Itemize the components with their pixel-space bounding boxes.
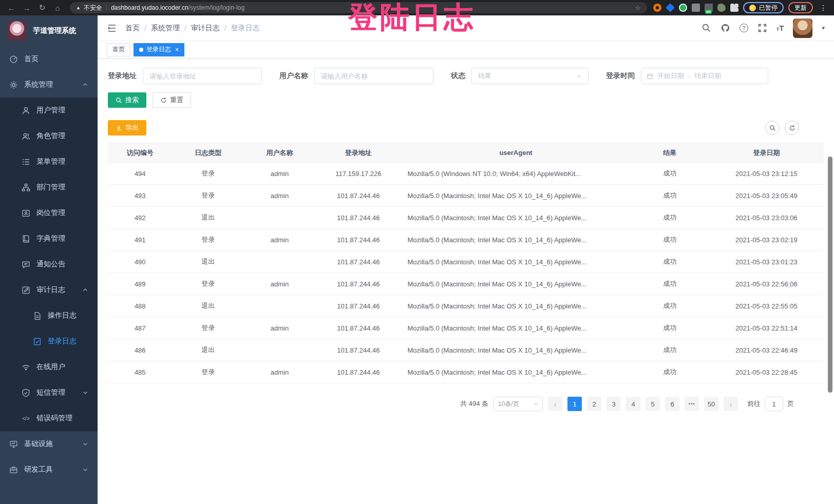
page-button[interactable]: 5	[646, 397, 660, 411]
browser-menu-icon[interactable]: ⋮	[818, 4, 829, 12]
browser-update-button[interactable]: 更新	[788, 2, 813, 13]
table-row[interactable]: 488退出101.87.244.46Mozilla/5.0 (Macintosh…	[108, 295, 824, 317]
forward-icon[interactable]: →	[21, 4, 33, 12]
goto-label: 前往	[747, 399, 761, 409]
fullscreen-icon[interactable]	[757, 23, 767, 33]
search-icon[interactable]	[702, 23, 711, 33]
reload-icon[interactable]: ↻	[36, 3, 48, 12]
cell-username: admin	[244, 163, 315, 185]
date-range-picker[interactable]: 开始日期 - 结束日期	[641, 68, 768, 84]
export-button[interactable]: 导出	[108, 120, 146, 135]
more-pages-button[interactable]: •••	[685, 397, 699, 411]
table-row[interactable]: 493登录admin101.87.244.46Mozilla/5.0 (Maci…	[108, 185, 824, 207]
cell-log-type: 退出	[172, 251, 243, 273]
extension-icon[interactable]	[679, 4, 687, 12]
cell-ip: 101.87.244.46	[315, 339, 401, 361]
sidebar-item-roles[interactable]: 角色管理	[0, 123, 98, 149]
search-button[interactable]: 搜索	[108, 92, 146, 108]
next-page-button[interactable]: ›	[724, 397, 738, 411]
table-row[interactable]: 490退出101.87.244.46Mozilla/5.0 (Macintosh…	[108, 251, 824, 273]
font-size-icon[interactable]: TT	[776, 24, 784, 32]
extension-on-badge: on	[705, 10, 712, 14]
export-button-label: 导出	[125, 123, 139, 132]
sidebar-item-label: 角色管理	[36, 131, 65, 141]
sidebar-item-menus[interactable]: 菜单管理	[0, 149, 98, 175]
extension-icon[interactable]	[692, 4, 700, 12]
sidebar-item-label: 菜单管理	[36, 157, 65, 166]
username-input[interactable]	[314, 68, 433, 84]
extension-icon[interactable]	[666, 3, 675, 12]
page-button[interactable]: 4	[626, 397, 640, 411]
goto-page-input[interactable]	[765, 397, 783, 411]
reset-button[interactable]: 重置	[153, 92, 191, 108]
sidebar-item-online-users[interactable]: 在线用户	[0, 354, 98, 380]
github-icon[interactable]	[721, 23, 730, 33]
tag-label: 登录日志	[146, 45, 171, 54]
sidebar-item-sms[interactable]: 短信管理	[0, 380, 98, 405]
sidebar-item-label: 操作日志	[48, 311, 77, 320]
sidebar-item-infrastructure[interactable]: 基础设施	[0, 431, 98, 457]
sidebar-logo[interactable]: 芋道管理系统	[0, 15, 98, 46]
cell-log-type: 登录	[172, 273, 243, 295]
back-icon[interactable]: ←	[5, 4, 17, 12]
extension-icon[interactable]	[653, 4, 661, 12]
page-button[interactable]: 2	[587, 397, 601, 411]
table-row[interactable]: 491登录admin101.87.244.46Mozilla/5.0 (Maci…	[108, 229, 824, 251]
breadcrumb-item[interactable]: 首页	[125, 24, 140, 33]
sidebar-item-users[interactable]: 用户管理	[0, 98, 98, 123]
page-scrollbar[interactable]	[828, 157, 832, 393]
table-row[interactable]: 487登录admin101.87.244.46Mozilla/5.0 (Maci…	[108, 317, 824, 339]
cell-log-type: 退出	[172, 295, 243, 317]
table-row[interactable]: 494登录admin117.159.17.226Mozilla/5.0 (Win…	[108, 163, 824, 185]
toggle-search-button[interactable]	[765, 121, 780, 135]
page-button[interactable]: 6	[665, 397, 679, 411]
table-row[interactable]: 492退出101.87.244.46Mozilla/5.0 (Macintosh…	[108, 207, 824, 229]
help-icon[interactable]: ?	[740, 24, 748, 32]
sidebar-item-home[interactable]: 首页	[0, 46, 98, 72]
breadcrumb-item[interactable]: 系统管理	[151, 24, 180, 33]
sidebar-item-dev-tools[interactable]: 研发工具	[0, 457, 98, 482]
sidebar-item-system[interactable]: 系统管理	[0, 72, 98, 98]
refresh-icon	[160, 97, 167, 104]
cell-id: 494	[108, 163, 172, 185]
cell-username: admin	[244, 185, 315, 207]
cell-date: 2021-05-03 23:01:23	[709, 251, 824, 273]
page-button[interactable]: 50	[704, 397, 718, 411]
refresh-table-button[interactable]	[785, 121, 799, 135]
sidebar-item-posts[interactable]: 岗位管理	[0, 200, 98, 226]
security-status[interactable]: ▲ 不安全	[76, 4, 102, 12]
tag-home[interactable]: 首页	[107, 43, 130, 56]
page-button[interactable]: 3	[606, 397, 621, 411]
sidebar-item-operation-log[interactable]: 操作日志	[0, 303, 98, 328]
extensions-puzzle-icon[interactable]	[730, 4, 738, 12]
cell-id: 489	[108, 273, 172, 295]
collapse-sidebar-icon[interactable]	[107, 23, 117, 33]
breadcrumb-item[interactable]: 审计日志	[191, 24, 220, 33]
close-icon[interactable]: ×	[175, 46, 179, 53]
sidebar-item-error-codes[interactable]: </> 错误码管理	[0, 405, 98, 431]
tag-login-log[interactable]: 登录日志 ×	[134, 43, 184, 56]
sidebar-item-departments[interactable]: 部门管理	[0, 175, 98, 200]
sidebar-item-announcements[interactable]: 通知公告	[0, 251, 98, 277]
extension-icon[interactable]: on	[705, 4, 713, 12]
avatar-caret-icon[interactable]: ▾	[822, 25, 825, 31]
status-select[interactable]: 结果	[471, 68, 589, 84]
menu-list-icon	[22, 158, 30, 166]
user-avatar[interactable]	[793, 18, 812, 38]
sidebar-menu: 首页 系统管理 用户管理 角色管理 菜单管理	[0, 46, 98, 504]
home-icon[interactable]: ⌂	[51, 4, 64, 12]
profile-paused-badge[interactable]: 已暂停	[743, 2, 784, 13]
page-size-select[interactable]: 10条/页	[494, 397, 543, 411]
sidebar-item-audit-log[interactable]: 审计日志	[0, 277, 98, 303]
table-row[interactable]: 485登录admin101.87.244.46Mozilla/5.0 (Maci…	[108, 361, 824, 383]
prev-page-button[interactable]: ‹	[548, 397, 562, 411]
page-button[interactable]: 1	[567, 397, 582, 411]
bookmark-star-icon[interactable]: ☆	[635, 4, 641, 12]
extension-icon[interactable]	[717, 4, 726, 12]
address-bar[interactable]: ▲ 不安全 dashboard.yudao.iocoder.cn/system/…	[70, 2, 647, 13]
table-row[interactable]: 486退出101.87.244.46Mozilla/5.0 (Macintosh…	[108, 339, 824, 361]
sidebar-item-login-log[interactable]: 登录日志	[0, 328, 98, 354]
table-row[interactable]: 489登录admin101.87.244.46Mozilla/5.0 (Maci…	[108, 273, 824, 295]
sidebar-item-dictionary[interactable]: 字典管理	[0, 226, 98, 251]
login-address-input[interactable]	[143, 68, 262, 84]
